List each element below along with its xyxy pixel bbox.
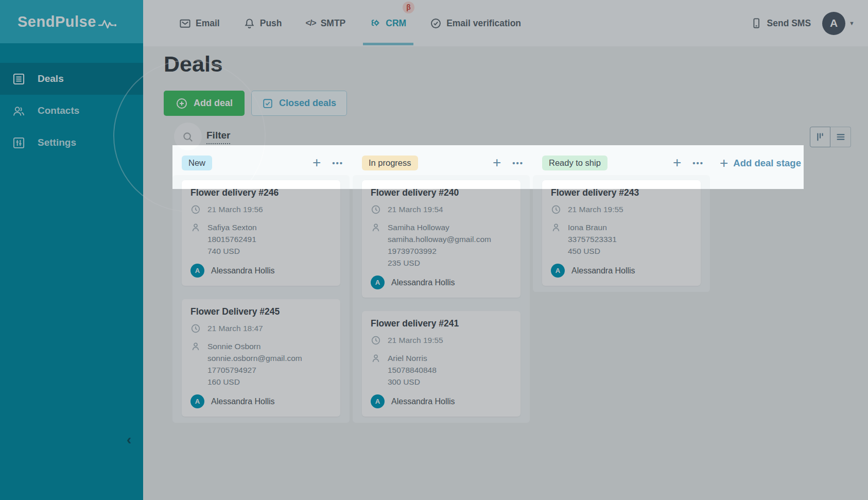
deal-card[interactable]: Flower delivery #243 21 March 19:55 Iona… xyxy=(542,180,701,286)
stage-header-new: New + ••• xyxy=(172,154,350,171)
email-icon xyxy=(179,18,191,29)
main-content: Deals Add deal Closed deals Filter New +… xyxy=(143,46,868,500)
deal-card[interactable]: Flower delivery #246 21 March 19:56 Safi… xyxy=(182,180,340,286)
view-toggles xyxy=(810,127,851,147)
filter-row: Filter xyxy=(182,130,230,144)
topbar-right: Send SMS A ▼ xyxy=(751,12,855,35)
contact-line: Sonnie Osborn xyxy=(207,340,302,352)
stage-column-new: Flower delivery #246 21 March 19:56 Safi… xyxy=(172,175,350,423)
logo-text: SendPulse xyxy=(18,13,96,30)
add-deal-to-stage-icon[interactable]: + xyxy=(493,156,501,169)
sidebar-item-contacts[interactable]: Contacts xyxy=(0,95,143,127)
deal-date: 21 March 19:55 xyxy=(388,336,443,345)
sidebar-item-deals[interactable]: Deals xyxy=(0,63,143,95)
sidebar-item-label: Deals xyxy=(38,73,64,84)
deal-card[interactable]: Flower delivery #241 21 March 19:55 Arie… xyxy=(362,311,520,417)
contact-person-icon xyxy=(190,222,201,233)
add-deal-to-stage-icon[interactable]: + xyxy=(313,156,321,169)
top-nav: Email Push </> SMTP CRM β Email verifica… xyxy=(179,18,521,29)
deal-contact-lines: Safiya Sexton18015762491740 USD xyxy=(207,221,257,257)
contact-line: samiha.holloway@gmail.com xyxy=(388,233,491,245)
tab-smtp[interactable]: </> SMTP xyxy=(306,18,346,29)
avatar[interactable]: A xyxy=(822,12,845,35)
account-menu[interactable]: A ▼ xyxy=(822,12,855,35)
sidebar-item-settings[interactable]: Settings xyxy=(0,127,143,159)
verification-check-icon xyxy=(430,18,442,29)
add-deal-label: Add deal xyxy=(194,98,233,109)
smtp-code-icon: </> xyxy=(306,19,316,28)
stage-menu-icon[interactable]: ••• xyxy=(692,159,704,167)
topbar: Email Push </> SMTP CRM β Email verifica… xyxy=(143,0,868,46)
closed-deals-button[interactable]: Closed deals xyxy=(251,91,347,116)
phone-icon xyxy=(751,18,762,29)
stage-chip-in-progress[interactable]: In progress xyxy=(362,156,418,170)
deal-title: Flower Delivery #245 xyxy=(190,306,332,317)
page-title: Deals xyxy=(164,51,223,77)
tab-crm[interactable]: CRM β xyxy=(369,18,406,29)
tab-email[interactable]: Email xyxy=(179,18,220,29)
contact-line: 19739703992 xyxy=(388,245,491,257)
assignee-avatar: A xyxy=(190,394,204,408)
deal-card[interactable]: Flower Delivery #245 21 March 18:47 Sonn… xyxy=(182,299,340,417)
stage-header-in-progress: In progress + ••• xyxy=(353,154,530,171)
logo[interactable]: SendPulse xyxy=(0,0,143,43)
sidebar-collapse-chevron-icon[interactable]: ‹ xyxy=(127,432,131,448)
plus-circle-icon xyxy=(176,97,188,110)
contact-person-icon xyxy=(551,222,561,233)
stage-chip-ready-to-ship[interactable]: Ready to ship xyxy=(542,156,607,170)
tab-push[interactable]: Push xyxy=(244,18,282,29)
contact-person-icon xyxy=(190,341,201,352)
contact-line: 160 USD xyxy=(207,376,302,388)
list-view-icon xyxy=(835,131,846,143)
deal-contact-lines: Sonnie Osbornsonnie.osborn@gmail.com1770… xyxy=(207,340,302,388)
chevron-down-icon: ▼ xyxy=(849,20,855,26)
stage-chip-new[interactable]: New xyxy=(182,156,212,170)
tab-label: Push xyxy=(260,18,282,29)
assignee-avatar: A xyxy=(551,264,565,278)
assignee-avatar: A xyxy=(371,275,385,289)
deal-card[interactable]: Flower delivery #240 21 March 19:54 Sami… xyxy=(362,180,520,298)
stage-header-ready-to-ship: Ready to ship + ••• xyxy=(533,154,710,171)
assignee-avatar: A xyxy=(371,394,385,408)
contacts-icon xyxy=(12,104,26,118)
contact-line: 15078840848 xyxy=(388,364,437,376)
contact-person-icon xyxy=(371,353,381,364)
deal-title: Flower delivery #243 xyxy=(551,187,692,198)
stage-menu-icon[interactable]: ••• xyxy=(512,159,524,167)
deal-date: 21 March 19:56 xyxy=(207,205,263,214)
contact-line: sonnie.osborn@gmail.com xyxy=(207,352,302,364)
plus-icon: + xyxy=(720,157,728,170)
stage-menu-icon[interactable]: ••• xyxy=(332,159,343,167)
deal-date: 21 March 18:47 xyxy=(207,324,263,333)
assignee-name: Alessandra Hollis xyxy=(391,278,455,287)
crm-icon xyxy=(369,18,381,29)
contact-line: Safiya Sexton xyxy=(207,221,257,233)
active-tab-underline xyxy=(363,43,413,45)
send-sms-button[interactable]: Send SMS xyxy=(751,18,811,29)
clock-icon xyxy=(551,204,561,215)
action-buttons: Add deal Closed deals xyxy=(164,91,347,116)
stage-column-in-progress: Flower delivery #240 21 March 19:54 Sami… xyxy=(353,175,530,423)
deal-title: Flower delivery #241 xyxy=(371,318,512,329)
contact-line: 18015762491 xyxy=(207,233,257,245)
add-deal-button[interactable]: Add deal xyxy=(164,91,245,116)
add-deal-stage-button[interactable]: + Add deal stage xyxy=(720,157,801,170)
assignee-name: Alessandra Hollis xyxy=(211,397,275,406)
tab-email-verification[interactable]: Email verification xyxy=(430,18,521,29)
kanban-view-toggle[interactable] xyxy=(810,127,830,147)
filter-control[interactable]: Filter xyxy=(206,130,230,144)
send-sms-label: Send SMS xyxy=(767,18,811,29)
add-deal-to-stage-icon[interactable]: + xyxy=(673,156,681,169)
settings-icon xyxy=(12,136,26,150)
list-view-toggle[interactable] xyxy=(830,127,851,147)
contact-line: Ariel Norris xyxy=(388,352,437,364)
pulse-icon xyxy=(97,15,119,31)
assignee-avatar: A xyxy=(190,264,204,278)
sidebar: SendPulse Deals Contacts Settings ‹ xyxy=(0,0,143,500)
search-icon[interactable] xyxy=(182,131,194,143)
push-bell-icon xyxy=(244,18,255,29)
contact-line: 17705794927 xyxy=(207,364,302,376)
tab-label: Email verification xyxy=(446,18,521,29)
deal-contact-lines: Iona Braun33757523331450 USD xyxy=(568,221,617,257)
tab-label: Email xyxy=(196,18,220,29)
